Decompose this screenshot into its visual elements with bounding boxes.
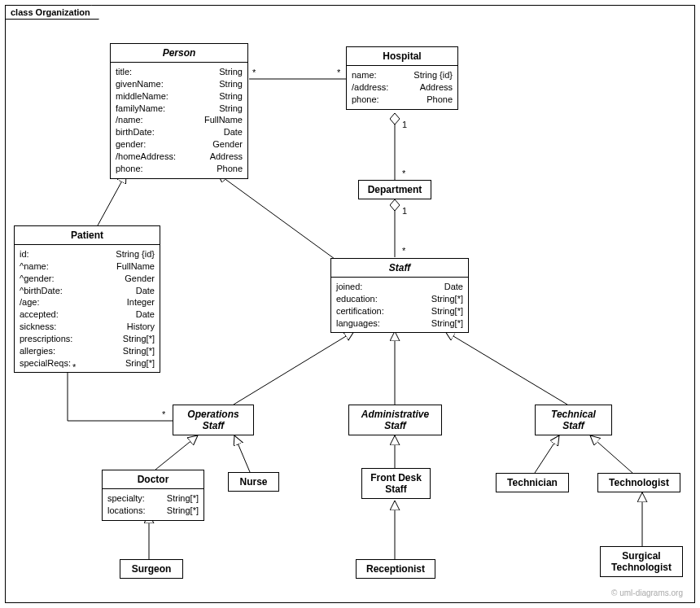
svg-line-9 (234, 435, 250, 472)
class-attrs: joined:Date education:String[*] certific… (331, 278, 468, 332)
class-operations-staff: Operations Staff (173, 405, 254, 435)
class-technologist: Technologist (597, 473, 680, 492)
class-title: Staff (331, 259, 468, 278)
class-department: Department (358, 180, 431, 199)
class-attrs: title:String givenName:String middleName… (111, 63, 247, 178)
svg-line-11 (535, 435, 559, 473)
class-title: Hospital (347, 47, 457, 66)
multiplicity: * (402, 168, 405, 178)
class-surgeon: Surgeon (120, 559, 183, 579)
class-attrs: name:String {id} /address:Address phone:… (347, 66, 457, 109)
class-title: Surgical Technologist (601, 547, 682, 576)
class-title: Receptionist (357, 560, 435, 578)
svg-line-8 (155, 435, 198, 470)
class-title: Person (111, 44, 247, 63)
class-patient: Patient id:String {id} ^name:FullName ^g… (14, 225, 160, 373)
multiplicity: 1 (402, 120, 407, 129)
class-technician: Technician (496, 473, 569, 492)
svg-line-12 (590, 435, 632, 473)
class-technical-staff: Technical Staff (535, 405, 612, 435)
class-doctor: Doctor specialty:String[*] locations:Str… (102, 470, 204, 521)
multiplicity: * (402, 246, 405, 256)
class-hospital: Hospital name:String {id} /address:Addre… (346, 46, 458, 110)
class-title: Department (359, 181, 431, 199)
class-title: Front Desk Staff (362, 469, 430, 498)
class-administrative-staff: Administrative Staff (348, 405, 442, 435)
class-person: Person title:String givenName:String mid… (110, 43, 248, 179)
multiplicity: * (337, 68, 340, 77)
multiplicity: 1 (402, 206, 407, 216)
multiplicity: * (162, 409, 165, 419)
class-title: Nurse (229, 473, 278, 491)
svg-line-3 (98, 173, 126, 225)
class-title: Doctor (103, 470, 203, 489)
diagram-frame: class Organization (5, 5, 695, 603)
class-front-desk-staff: Front Desk Staff (361, 468, 431, 499)
class-title: Patient (15, 226, 160, 245)
class-attrs: specialty:String[*] locations:String[*] (103, 489, 203, 520)
svg-line-7 (445, 331, 567, 405)
class-title: Technical Staff (536, 405, 611, 435)
class-receptionist: Receptionist (356, 559, 435, 579)
multiplicity: * (252, 68, 256, 77)
class-nurse: Nurse (228, 472, 279, 492)
class-title: Technologist (598, 474, 680, 492)
multiplicity: * (72, 362, 76, 372)
class-title: Surgeon (120, 560, 182, 578)
class-attrs: id:String {id} ^name:FullName ^gender:Ge… (15, 245, 160, 372)
class-title: Administrative Staff (349, 405, 441, 435)
svg-line-4 (217, 173, 343, 265)
class-surgical-technologist: Surgical Technologist (600, 546, 683, 577)
class-title: Operations Staff (173, 405, 253, 435)
watermark: © uml-diagrams.org (611, 588, 683, 597)
frame-title: class Organization (5, 5, 99, 20)
class-staff: Staff joined:Date education:String[*] ce… (330, 258, 469, 333)
class-title: Technician (497, 474, 568, 492)
svg-line-5 (234, 331, 354, 405)
